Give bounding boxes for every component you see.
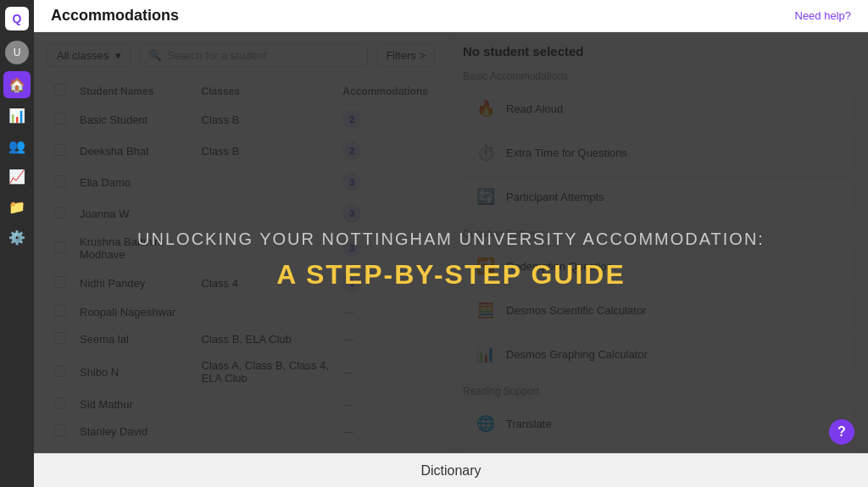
sidebar-icon-chart[interactable]: 📈 — [3, 163, 31, 190]
dictionary-label: Dictionary — [420, 463, 481, 479]
sidebar-icon-home[interactable]: 🏠 — [3, 71, 31, 98]
sidebar-icon-folder[interactable]: 📁 — [3, 193, 31, 220]
need-help-link[interactable]: Need help? — [795, 9, 852, 22]
help-button[interactable]: ? — [829, 419, 854, 445]
header: Accommodations Need help? — [34, 0, 868, 32]
overlay: Unlocking Your Nottingham University Acc… — [34, 32, 868, 487]
sidebar-icon-stats[interactable]: 📊 — [3, 102, 31, 129]
sidebar-icon-settings[interactable]: ⚙️ — [3, 224, 31, 251]
sidebar: Q U 🏠 📊 👥 📈 📁 ⚙️ — [0, 0, 34, 487]
overlay-title: A Step-by-Step Guide — [276, 259, 626, 291]
page-title: Accommodations — [51, 7, 179, 25]
bottom-bar: Dictionary — [34, 453, 868, 487]
app-logo[interactable]: Q — [5, 7, 29, 30]
overlay-subtitle: Unlocking Your Nottingham University Acc… — [137, 230, 765, 249]
user-avatar[interactable]: U — [5, 41, 29, 64]
sidebar-icon-users[interactable]: 👥 — [3, 132, 31, 159]
